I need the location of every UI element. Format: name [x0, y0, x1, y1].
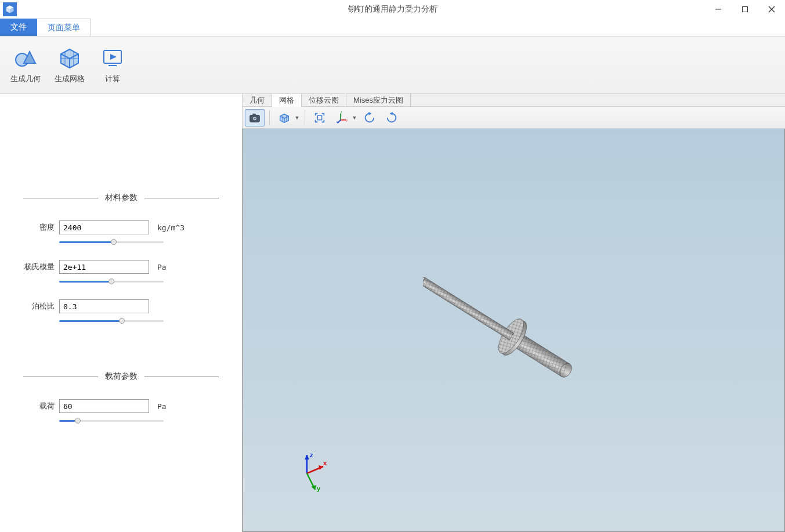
density-input[interactable] — [59, 220, 149, 234]
window-controls — [705, 0, 785, 19]
tab-geometry[interactable]: 几何 — [243, 94, 272, 106]
youngs-modulus-row: 杨氏模量 Pa — [23, 260, 219, 285]
window-title: 铆钉的通用静力受力分析 — [0, 4, 785, 15]
load-label: 载荷 — [23, 401, 55, 411]
compute-icon — [100, 46, 125, 70]
rotate-ccw-button[interactable] — [360, 109, 379, 126]
viewport-3d[interactable]: z x y — [243, 129, 785, 532]
density-unit: kg/m^3 — [157, 223, 185, 232]
svg-rect-13 — [317, 115, 321, 120]
youngs-slider[interactable] — [59, 277, 164, 285]
density-row: 密度 kg/m^3 — [23, 220, 219, 246]
ribbon-toolbar: 生成几何 生成网格 计算 — [0, 36, 785, 94]
generate-mesh-button[interactable]: 生成网格 — [51, 44, 88, 86]
svg-text:y: y — [346, 118, 348, 121]
view-toolbar: ▼ z y x — [243, 107, 785, 129]
tab-file[interactable]: 文件 — [0, 19, 37, 36]
rivet-mesh — [423, 227, 585, 436]
axes-button[interactable]: z y x — [332, 109, 352, 126]
generate-mesh-label: 生成网格 — [55, 74, 85, 84]
zoom-extent-icon — [313, 111, 326, 124]
svg-point-12 — [254, 117, 256, 120]
main-content: 材料参数 密度 kg/m^3 杨氏模量 P — [0, 94, 785, 532]
poisson-row: 泊松比 — [23, 299, 219, 325]
poisson-slider[interactable] — [59, 317, 164, 325]
poisson-input[interactable] — [59, 299, 149, 313]
load-heading: 载荷参数 — [23, 371, 219, 382]
svg-rect-29 — [423, 278, 513, 340]
tab-page-menu[interactable]: 页面菜单 — [37, 19, 91, 36]
load-input[interactable] — [59, 399, 149, 413]
rotate-cw-button[interactable] — [382, 109, 401, 126]
tab-mises[interactable]: Mises应力云图 — [346, 94, 411, 106]
camera-icon — [248, 111, 261, 124]
poisson-label: 泊松比 — [23, 301, 55, 312]
svg-rect-1 — [743, 7, 748, 12]
youngs-label: 杨氏模量 — [23, 262, 55, 272]
axes-dropdown[interactable]: ▼ — [352, 115, 357, 121]
generate-geometry-label: 生成几何 — [10, 74, 41, 84]
axis-gizmo: z x y — [290, 450, 336, 497]
material-section: 材料参数 密度 kg/m^3 杨氏模量 P — [23, 193, 219, 325]
svg-marker-21 — [389, 111, 393, 115]
svg-text:x: x — [337, 120, 338, 124]
viewport-panel: 几何 网格 位移云图 Mises应力云图 — [243, 94, 785, 532]
load-slider[interactable] — [59, 417, 164, 425]
svg-text:x: x — [323, 459, 327, 466]
compute-label: 计算 — [105, 74, 120, 84]
load-section: 载荷参数 载荷 Pa — [23, 371, 219, 425]
youngs-input[interactable] — [59, 260, 149, 274]
svg-text:y: y — [317, 485, 321, 492]
svg-marker-20 — [368, 111, 372, 115]
density-label: 密度 — [23, 222, 55, 233]
youngs-unit: Pa — [157, 263, 167, 272]
tab-displacement[interactable]: 位移云图 — [302, 94, 346, 106]
zoom-extent-button[interactable] — [310, 109, 330, 126]
menu-tabs: 文件 页面菜单 — [0, 19, 785, 36]
maximize-button[interactable] — [732, 0, 758, 19]
tab-mesh[interactable]: 网格 — [272, 94, 302, 107]
compute-button[interactable]: 计算 — [95, 44, 130, 86]
generate-geometry-button[interactable]: 生成几何 — [7, 44, 44, 86]
transparency-icon — [278, 111, 291, 124]
transparency-button[interactable] — [274, 109, 294, 126]
camera-button[interactable] — [245, 109, 265, 126]
rotate-cw-icon — [385, 111, 398, 124]
svg-text:z: z — [310, 451, 313, 458]
load-row: 载荷 Pa — [23, 399, 219, 425]
geometry-icon — [13, 46, 38, 70]
svg-marker-7 — [110, 54, 117, 60]
load-unit: Pa — [157, 402, 167, 411]
parameter-panel: 材料参数 密度 kg/m^3 杨氏模量 P — [0, 94, 243, 532]
minimize-button[interactable] — [705, 0, 732, 19]
mesh-icon — [57, 46, 82, 70]
svg-text:z: z — [341, 111, 342, 114]
density-slider[interactable] — [59, 238, 164, 246]
view-tabs: 几何 网格 位移云图 Mises应力云图 — [243, 94, 785, 107]
rotate-ccw-icon — [363, 111, 376, 124]
titlebar: 铆钉的通用静力受力分析 — [0, 0, 785, 19]
transparency-dropdown[interactable]: ▼ — [294, 115, 300, 121]
close-button[interactable] — [758, 0, 785, 19]
axes-icon: z y x — [335, 111, 348, 124]
material-heading: 材料参数 — [23, 193, 219, 203]
app-icon — [3, 2, 17, 16]
svg-rect-10 — [252, 113, 256, 115]
svg-marker-33 — [305, 455, 309, 459]
